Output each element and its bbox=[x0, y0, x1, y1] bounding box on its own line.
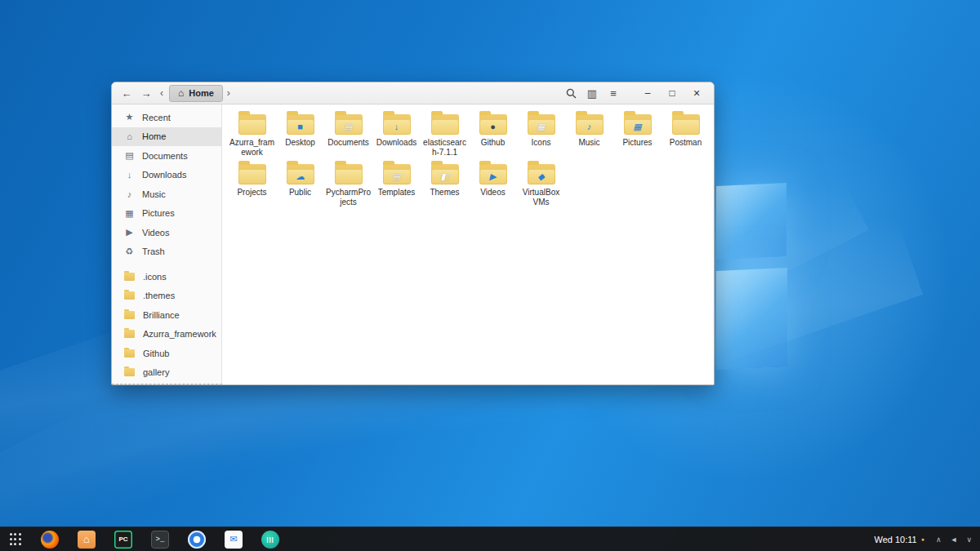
file-manager-window: ← → ‹ ⌂ Home › ▥ ≡ – □ × ★ Recent ⌂ bbox=[111, 82, 715, 385]
taskbar-right: Wed 10:11 ● ∧ ◄ ∨ bbox=[874, 535, 980, 544]
volume-icon[interactable]: ◄ bbox=[950, 535, 957, 544]
file-item-music[interactable]: ♪ Music bbox=[565, 110, 613, 158]
documents-icon: ▤ bbox=[123, 150, 136, 161]
window-toolbar: ← → ‹ ⌂ Home › ▥ ≡ – □ × bbox=[112, 82, 714, 104]
file-item-projects[interactable]: Projects bbox=[228, 160, 276, 208]
folder-icon: ▶ bbox=[479, 164, 507, 184]
back-button[interactable]: ← bbox=[117, 85, 136, 102]
terminal-icon[interactable]: >_ bbox=[151, 531, 169, 549]
sidebar-item-github[interactable]: Github bbox=[112, 344, 221, 363]
maximize-button[interactable]: □ bbox=[660, 84, 684, 102]
file-item-themes[interactable]: ◧ Themes bbox=[421, 160, 469, 208]
menu-button[interactable]: ≡ bbox=[603, 84, 624, 102]
chevron-down-icon[interactable]: ∨ bbox=[966, 535, 972, 544]
window-body: ★ Recent ⌂ Home ▤ Documents ↓ Downloads … bbox=[112, 104, 714, 384]
file-label: Public bbox=[289, 188, 311, 198]
notification-indicator: ● bbox=[921, 536, 924, 542]
forward-button[interactable]: → bbox=[136, 85, 156, 102]
sidebar-item-azurra-framework[interactable]: Azurra_framework bbox=[112, 325, 221, 344]
chevron-up-icon[interactable]: ∧ bbox=[936, 535, 942, 544]
file-item-virtualbox-vms[interactable]: ◆ VirtualBox VMs bbox=[517, 160, 565, 208]
sidebar-item-icons-folder[interactable]: .icons bbox=[112, 267, 221, 287]
sidebar-label: .icons bbox=[143, 272, 167, 282]
folder-icon: ♪ bbox=[576, 114, 604, 135]
file-label: Music bbox=[578, 138, 599, 148]
minimize-button[interactable]: – bbox=[635, 84, 660, 102]
close-button[interactable]: × bbox=[684, 84, 709, 102]
sidebar-label: Downloads bbox=[142, 170, 186, 180]
github-emblem-icon: ● bbox=[490, 122, 496, 131]
system-tray: ∧ ◄ ∨ bbox=[936, 535, 972, 544]
app-grid-icon bbox=[10, 533, 22, 545]
file-item-github[interactable]: ● Github bbox=[469, 110, 517, 158]
start-button[interactable] bbox=[0, 527, 31, 551]
file-item-downloads[interactable]: ↓ Downloads bbox=[372, 110, 421, 158]
search-button[interactable] bbox=[560, 84, 581, 102]
videos-icon: ▶ bbox=[123, 227, 136, 238]
folder-icon: ◧ bbox=[431, 164, 459, 184]
windows-logo-pane-top bbox=[716, 183, 786, 260]
sidebar-item-gallery[interactable]: gallery bbox=[112, 363, 221, 383]
breadcrumb-home-button[interactable]: ⌂ Home bbox=[169, 85, 223, 102]
file-label: Downloads bbox=[376, 138, 416, 148]
sidebar-item-videos[interactable]: ▶ Videos bbox=[112, 223, 221, 242]
folder-icon bbox=[124, 349, 135, 358]
sidebar-item-brilliance[interactable]: Brilliance bbox=[112, 305, 221, 325]
firefox-icon[interactable] bbox=[41, 531, 59, 549]
folder-icon bbox=[124, 311, 135, 319]
file-item-elasticsearch[interactable]: elasticsearch-7.1.1 bbox=[421, 110, 469, 158]
file-grid-area: Azurra_framework ■ Desktop ▤ Documents ↓… bbox=[222, 104, 714, 384]
audio-recorder-icon[interactable]: ||| bbox=[261, 531, 279, 549]
file-manager-icon[interactable]: ⌂ bbox=[78, 531, 96, 549]
icons-emblem-icon: ▦ bbox=[537, 122, 545, 131]
folder-icon bbox=[238, 164, 266, 184]
file-grid: Azurra_framework ■ Desktop ▤ Documents ↓… bbox=[228, 110, 714, 208]
folder-icon bbox=[124, 291, 135, 300]
sidebar-item-themes-folder[interactable]: .themes bbox=[112, 287, 221, 306]
sidebar-group-gap bbox=[112, 261, 221, 267]
sidebar-item-downloads[interactable]: ↓ Downloads bbox=[112, 166, 221, 185]
mail-icon[interactable]: ✉ bbox=[225, 531, 243, 549]
file-label: Pictures bbox=[622, 138, 652, 148]
file-item-pictures[interactable]: ▦ Pictures bbox=[613, 110, 662, 158]
desktop-emblem-icon: ■ bbox=[297, 122, 303, 131]
file-label: Github bbox=[481, 138, 505, 148]
breadcrumb-label: Home bbox=[189, 88, 214, 98]
file-item-documents[interactable]: ▤ Documents bbox=[324, 110, 372, 158]
sidebar-item-pictures[interactable]: ▦ Pictures bbox=[112, 204, 221, 224]
taskbar-clock[interactable]: Wed 10:11 ● bbox=[874, 535, 924, 544]
sidebar-item-documents[interactable]: ▤ Documents bbox=[112, 146, 221, 166]
sidebar-label: Documents bbox=[142, 151, 188, 161]
file-item-pycharmprojects[interactable]: PycharmProjects bbox=[324, 160, 372, 208]
folder-icon bbox=[672, 114, 700, 135]
breadcrumb-collapse-chevron[interactable]: ‹ bbox=[156, 87, 167, 99]
file-item-desktop[interactable]: ■ Desktop bbox=[276, 110, 324, 158]
file-item-public[interactable]: ☁ Public bbox=[276, 160, 324, 208]
sidebar-item-music[interactable]: ♪ Music bbox=[112, 184, 221, 204]
taskbar: ⌂ PC >_ ✉ ||| Wed 10:11 ● ∧ ◄ ∨ bbox=[0, 527, 980, 551]
pycharm-icon[interactable]: PC bbox=[114, 531, 132, 549]
breadcrumb-expand-chevron[interactable]: › bbox=[223, 87, 234, 99]
sidebar-item-trash[interactable]: ♻ Trash bbox=[112, 242, 221, 262]
file-item-videos[interactable]: ▶ Videos bbox=[469, 160, 517, 208]
taskbar-apps: ⌂ PC >_ ✉ ||| bbox=[41, 531, 279, 549]
file-item-templates[interactable]: ▤ Templates bbox=[372, 160, 421, 208]
file-item-icons[interactable]: ▦ Icons bbox=[517, 110, 565, 158]
sidebar-label: Pictures bbox=[142, 208, 175, 218]
recent-icon: ★ bbox=[123, 112, 136, 122]
view-toggle-button[interactable]: ▥ bbox=[581, 84, 603, 102]
folder-icon: ▤ bbox=[335, 114, 363, 135]
folder-icon: ↓ bbox=[383, 114, 411, 135]
sidebar-item-home[interactable]: ⌂ Home bbox=[112, 127, 221, 147]
file-label: PycharmProjects bbox=[325, 188, 372, 207]
download-emblem-icon: ↓ bbox=[394, 122, 399, 131]
media-player-icon[interactable] bbox=[188, 531, 206, 549]
folder-icon bbox=[238, 114, 266, 135]
sidebar-label: Trash bbox=[142, 247, 165, 256]
file-label: Documents bbox=[327, 138, 369, 148]
sidebar-item-recent[interactable]: ★ Recent bbox=[112, 108, 221, 127]
home-icon: ⌂ bbox=[123, 131, 136, 141]
file-item-azurra-framework[interactable]: Azurra_framework bbox=[228, 110, 276, 158]
file-label: Projects bbox=[237, 188, 266, 198]
file-item-postman[interactable]: Postman bbox=[662, 110, 710, 158]
